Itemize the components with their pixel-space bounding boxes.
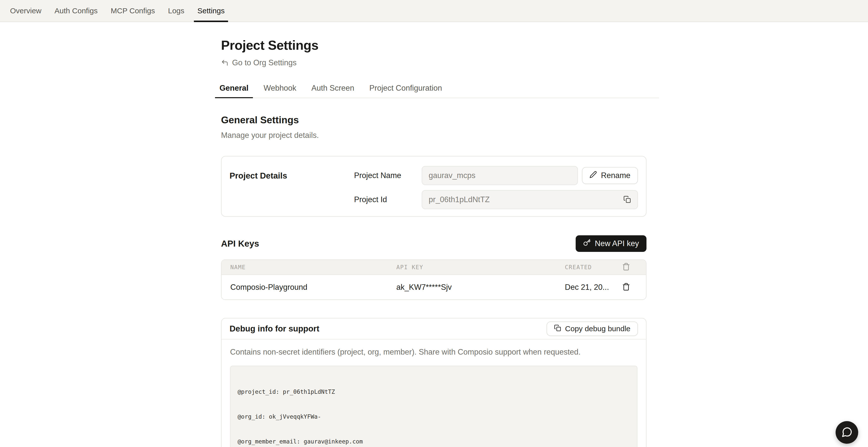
general-settings-title: General Settings [221,114,659,126]
copy-debug-bundle-label: Copy debug bundle [565,324,630,333]
api-keys-header: API Keys New API key [221,235,647,252]
project-name-row: Project Name gaurav_mcps Rename [354,166,638,185]
trash-icon [622,283,630,292]
delete-api-key-button[interactable] [622,283,630,292]
copy-project-id-button[interactable] [623,196,631,204]
project-name-label: Project Name [354,171,422,180]
trash-icon [622,263,630,272]
api-key-value-cell: ak_KW7*****Sjv [396,283,565,292]
tab-project-configuration[interactable]: Project Configuration [365,79,446,98]
nav-tab-label: Auth Configs [55,6,98,15]
main-content: Project Settings Go to Org Settings Gene… [215,38,659,447]
project-name-value: gaurav_mcps [429,171,475,180]
debug-description: Contains non-secret identifiers (project… [230,348,638,357]
debug-card-header: Debug info for support Copy debug bundle [221,318,646,340]
project-name-input[interactable]: gaurav_mcps [422,166,578,185]
project-details-fields: Project Name gaurav_mcps Rename Project … [354,166,638,209]
api-key-name-cell: Composio-Playground [221,283,396,292]
org-settings-link[interactable]: Go to Org Settings [221,58,297,67]
column-header-created: CREATED [565,264,622,270]
column-header-name: NAME [221,264,396,270]
org-settings-link-label: Go to Org Settings [232,58,297,67]
api-key-created-cell: Dec 21, 20... [565,283,622,292]
project-id-row: Project Id pr_06th1pLdNtTZ [354,190,638,209]
debug-identifiers-block: @project_id: pr_06th1pLdNtTZ @org_id: ok… [230,365,638,447]
api-keys-title: API Keys [221,238,259,249]
pencil-icon [589,171,597,180]
project-id-label: Project Id [354,195,422,204]
api-keys-table: NAME API KEY CREATED Composio-Playground… [221,259,647,300]
nav-tab-label: Settings [197,6,224,15]
api-key-row: Composio-Playground ak_KW7*****Sjv Dec 2… [221,275,646,299]
rename-button[interactable]: Rename [582,167,638,184]
debug-info-card: Debug info for support Copy debug bundle… [221,318,647,447]
nav-tab-settings[interactable]: Settings [194,0,228,22]
tab-label: General [219,84,248,92]
tab-label: Auth Screen [311,84,354,92]
page-title: Project Settings [221,38,659,53]
copy-debug-bundle-button[interactable]: Copy debug bundle [547,321,638,336]
debug-card-body: Contains non-secret identifiers (project… [221,340,646,447]
debug-card-title: Debug info for support [229,324,319,333]
nav-tab-mcp-configs[interactable]: MCP Configs [107,0,158,22]
api-keys-table-header: NAME API KEY CREATED [221,260,646,275]
project-details-card-title: Project Details [229,166,354,209]
nav-tab-auth-configs[interactable]: Auth Configs [51,0,101,22]
nav-tab-overview[interactable]: Overview [6,0,45,22]
chat-launcher-button[interactable] [836,421,858,444]
top-nav: Overview Auth Configs MCP Configs Logs S… [0,0,868,22]
tab-general[interactable]: General [215,79,253,98]
tab-webhook[interactable]: Webhook [259,79,301,98]
key-icon [583,239,591,248]
project-id-field: pr_06th1pLdNtTZ [422,190,638,209]
general-settings-subtitle: Manage your project details. [221,131,659,140]
rename-button-label: Rename [601,171,630,180]
code-line: @org_member_email: gaurav@inkeep.com [238,438,630,446]
column-header-actions [622,263,646,272]
copy-icon [554,324,561,333]
tab-auth-screen[interactable]: Auth Screen [307,79,359,98]
nav-tab-label: Overview [10,6,41,15]
tab-label: Project Configuration [369,84,442,92]
copy-icon [623,196,631,204]
new-api-key-button-label: New API key [595,239,639,248]
tab-label: Webhook [264,84,296,92]
nav-tab-label: MCP Configs [111,6,155,15]
code-line: @project_id: pr_06th1pLdNtTZ [238,388,630,396]
project-details-card: Project Details Project Name gaurav_mcps… [221,156,647,217]
nav-tab-logs[interactable]: Logs [164,0,188,22]
nav-tab-label: Logs [168,6,184,15]
corner-up-left-icon [221,59,228,67]
project-id-value: pr_06th1pLdNtTZ [429,195,490,204]
code-line: @org_id: ok_jVveqqkYFWa- [238,413,630,421]
column-header-api-key: API KEY [396,264,565,270]
new-api-key-button[interactable]: New API key [576,235,647,252]
settings-tabs: General Webhook Auth Screen Project Conf… [215,79,659,98]
chat-bubble-icon [841,426,853,439]
